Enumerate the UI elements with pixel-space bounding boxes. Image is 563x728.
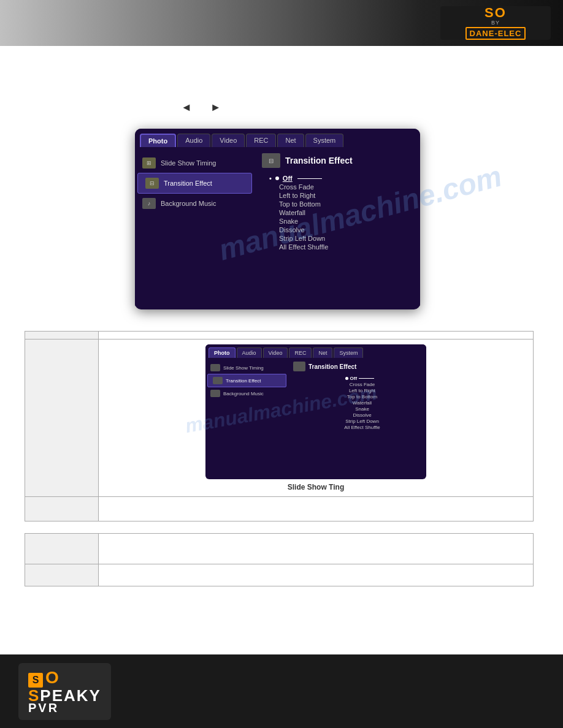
- table-row-1: Photo Audio Video REC Net System Slide S…: [25, 339, 534, 497]
- small-effect-cross-fade[interactable]: Cross Fade: [298, 381, 421, 387]
- navigation-arrows: ◄ ►: [181, 101, 221, 114]
- slide-show-timing-text: Slide Show Ting: [288, 483, 344, 491]
- small-effect-left-to-right[interactable]: Left to Right: [298, 387, 421, 393]
- small-slide-show-timing-label: Slide Show Timing: [223, 365, 264, 371]
- small-transition-effect-label: Transition Effect: [226, 378, 261, 384]
- slide-show-timing-icon: ⊞: [142, 157, 156, 169]
- tab-video[interactable]: Video: [212, 134, 245, 147]
- small-effect-off[interactable]: Off: [298, 375, 421, 381]
- menu-transition-effect-label: Transition Effect: [164, 180, 212, 187]
- small-right-header: Transition Effect: [293, 362, 421, 371]
- small-effect-snake[interactable]: Snake: [298, 406, 421, 412]
- right-panel-title: Transition Effect: [285, 156, 353, 165]
- tab-photo[interactable]: Photo: [140, 134, 176, 147]
- left-menu: ⊞ Slide Show Timing ⊟ Transition Effect …: [135, 147, 255, 306]
- next-arrow[interactable]: ►: [210, 101, 221, 114]
- tab-net[interactable]: Net: [277, 134, 304, 147]
- tab-system[interactable]: System: [305, 134, 344, 147]
- small-left-menu: Slide Show Timing Transition Effect Back…: [205, 358, 288, 476]
- effect-top-to-bottom[interactable]: Top to Bottom: [269, 200, 413, 208]
- small-effect-all-effect-shuffle[interactable]: All Effect Shuffle: [298, 424, 421, 430]
- small-menu-slide-show-timing[interactable]: Slide Show Timing: [205, 362, 288, 374]
- small-screenshot-panel: Photo Audio Video REC Net System Slide S…: [205, 344, 426, 479]
- bottom-table-row2-content: [99, 564, 534, 586]
- table-row2-label: [25, 497, 99, 521]
- small-effect-dissolve[interactable]: Dissolve: [298, 412, 421, 418]
- bullet-off: [275, 176, 279, 180]
- small-tab-video[interactable]: Video: [263, 347, 288, 358]
- menu-slide-show-timing-label: Slide Show Timing: [161, 159, 216, 167]
- small-right-header-icon: [293, 362, 305, 371]
- small-tab-audio[interactable]: Audio: [237, 347, 262, 358]
- footer-logo: S O SPEAKY PVR: [18, 663, 111, 720]
- small-tab-photo[interactable]: Photo: [209, 347, 236, 358]
- small-tab-system[interactable]: System: [334, 347, 363, 358]
- transition-effect-icon: ⊟: [145, 178, 159, 189]
- menu-transition-effect[interactable]: ⊟ Transition Effect: [137, 173, 252, 194]
- small-background-music-icon: [210, 390, 220, 397]
- logo-dane-text: DANE-ELEC: [465, 27, 526, 40]
- prev-arrow[interactable]: ◄: [181, 101, 192, 114]
- effect-cross-fade[interactable]: Cross Fade: [269, 183, 413, 191]
- menu-background-music[interactable]: ♪ Background Music: [135, 194, 255, 213]
- effect-strip-left-down[interactable]: Strip Left Down: [269, 234, 413, 243]
- footer-so-box: S: [28, 673, 43, 688]
- small-menu-transition-effect[interactable]: Transition Effect: [207, 374, 286, 387]
- page-footer: S O SPEAKY PVR: [0, 654, 563, 728]
- small-effect-waterfall[interactable]: Waterfall: [298, 400, 421, 406]
- main-data-table: Photo Audio Video REC Net System Slide S…: [25, 331, 534, 521]
- right-panel: ⊟ Transition Effect Off Cross Fade Left …: [255, 147, 420, 306]
- right-panel-header: ⊟ Transition Effect: [262, 153, 413, 168]
- small-tab-rec[interactable]: REC: [289, 347, 312, 358]
- effect-snake[interactable]: Snake: [269, 217, 413, 226]
- tab-audio[interactable]: Audio: [177, 134, 210, 147]
- slide-show-timing-caption: Slide Show Ting: [104, 483, 528, 491]
- bottom-table-row-2: [25, 564, 534, 586]
- table-row2-content: [99, 497, 534, 521]
- small-tab-bar: Photo Audio Video REC Net System: [205, 344, 426, 358]
- main-tab-bar: Photo Audio Video REC Net System: [135, 129, 420, 147]
- bottom-table-row2-label: [25, 564, 99, 586]
- right-header-icon: ⊟: [262, 153, 280, 168]
- table-row1-label: [25, 339, 99, 497]
- small-effect-list: Off Cross Fade Left to Right Top to Bott…: [293, 375, 421, 430]
- small-menu-background-music[interactable]: Background Music: [205, 387, 288, 400]
- bottom-table-section: [25, 533, 534, 586]
- tab-rec[interactable]: REC: [246, 134, 276, 147]
- footer-so-row: S O: [28, 668, 101, 688]
- table-header-content: [99, 332, 534, 339]
- table-row-header: [25, 332, 534, 339]
- bottom-table-row-1: [25, 534, 534, 564]
- small-background-music-label: Background Music: [223, 391, 264, 396]
- table-row1-content: Photo Audio Video REC Net System Slide S…: [99, 339, 534, 497]
- table-row-2: [25, 497, 534, 521]
- brand-logo: SO BY DANE-ELEC: [440, 6, 551, 40]
- bottom-table-row1-label: [25, 534, 99, 564]
- effect-off[interactable]: Off: [269, 174, 413, 183]
- main-screenshot-panel: Photo Audio Video REC Net System ⊞ Slide…: [135, 129, 420, 309]
- effect-left-to-right[interactable]: Left to Right: [269, 191, 413, 200]
- footer-s-letter: S: [33, 675, 39, 686]
- small-tab-net[interactable]: Net: [313, 347, 332, 358]
- logo-by-text: BY: [491, 20, 500, 26]
- small-effect-strip-left-down[interactable]: Strip Left Down: [298, 418, 421, 424]
- effect-all-effect-shuffle[interactable]: All Effect Shuffle: [269, 243, 413, 251]
- effect-dissolve[interactable]: Dissolve: [269, 226, 413, 234]
- logo-so-text: SO: [484, 6, 507, 20]
- small-effect-top-to-bottom[interactable]: Top to Bottom: [298, 393, 421, 400]
- table-section: Photo Audio Video REC Net System Slide S…: [25, 331, 534, 521]
- effect-waterfall[interactable]: Waterfall: [269, 208, 413, 217]
- footer-so-text: O: [45, 668, 59, 688]
- table-header-label: [25, 332, 99, 339]
- background-music-icon: ♪: [142, 198, 156, 209]
- menu-background-music-label: Background Music: [161, 200, 216, 207]
- bottom-data-table: [25, 533, 534, 586]
- small-panel-content: Slide Show Timing Transition Effect Back…: [205, 358, 426, 476]
- effect-list: Off Cross Fade Left to Right Top to Bott…: [262, 174, 413, 251]
- small-bullet-off: [345, 377, 348, 380]
- page-header: SO BY DANE-ELEC: [0, 0, 563, 46]
- menu-slide-show-timing[interactable]: ⊞ Slide Show Timing: [135, 153, 255, 173]
- footer-pvr-text: PVR: [28, 701, 101, 715]
- panel-content: ⊞ Slide Show Timing ⊟ Transition Effect …: [135, 147, 420, 306]
- small-right-panel: Transition Effect Off Cross Fade Left to…: [288, 358, 426, 476]
